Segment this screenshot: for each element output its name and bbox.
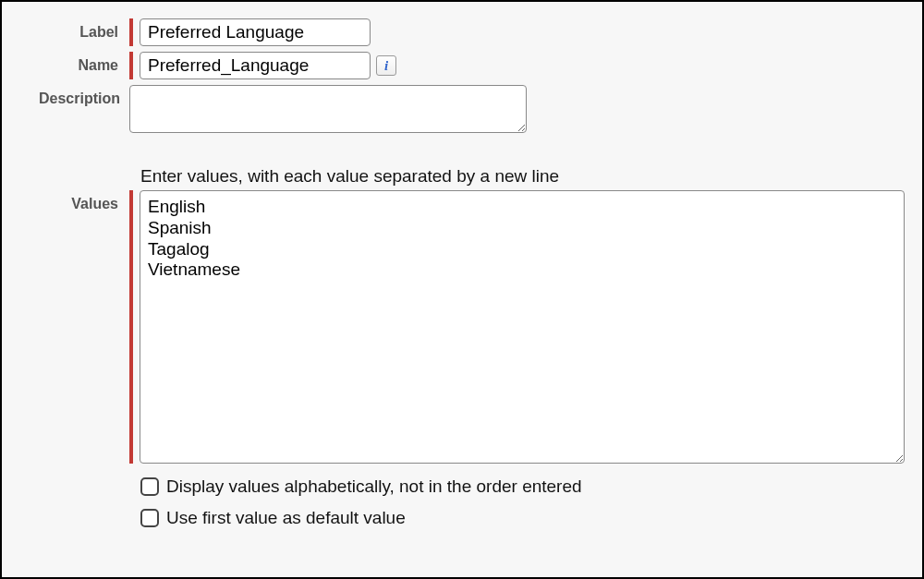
description-textarea[interactable] <box>129 85 527 133</box>
required-bar-icon <box>129 18 133 46</box>
values-section: Enter values, with each value separated … <box>39 166 906 528</box>
row-values: Values <box>39 190 906 464</box>
values-helper-text: Enter values, with each value separated … <box>140 166 906 187</box>
values-textarea[interactable] <box>140 190 905 464</box>
checkbox-alpha-label: Display values alphabetically, not in th… <box>166 476 582 497</box>
checkbox-default[interactable] <box>140 509 159 527</box>
values-input-wrap <box>129 190 905 464</box>
label-input-wrap <box>129 18 371 46</box>
checkbox-default-row: Use first value as default value <box>140 508 906 528</box>
label-field-label: Label <box>39 18 129 41</box>
description-field-label: Description <box>39 85 129 107</box>
info-icon[interactable]: i <box>376 55 396 76</box>
label-input[interactable] <box>140 18 371 46</box>
name-field-label: Name <box>39 52 129 74</box>
row-description: Description <box>39 85 906 133</box>
description-input-wrap <box>129 85 527 133</box>
required-bar-icon <box>129 52 133 79</box>
name-input[interactable] <box>140 52 371 79</box>
row-name: Name i <box>39 52 906 79</box>
form-container: Label Name i Description Enter values, w… <box>0 0 924 579</box>
row-label: Label <box>39 18 906 46</box>
checkbox-alpha[interactable] <box>140 477 159 496</box>
checkbox-default-label: Use first value as default value <box>166 508 406 528</box>
name-input-wrap: i <box>129 52 396 79</box>
checkbox-alpha-row: Display values alphabetically, not in th… <box>140 476 906 497</box>
required-bar-icon <box>129 190 133 464</box>
values-field-label: Values <box>39 190 129 212</box>
